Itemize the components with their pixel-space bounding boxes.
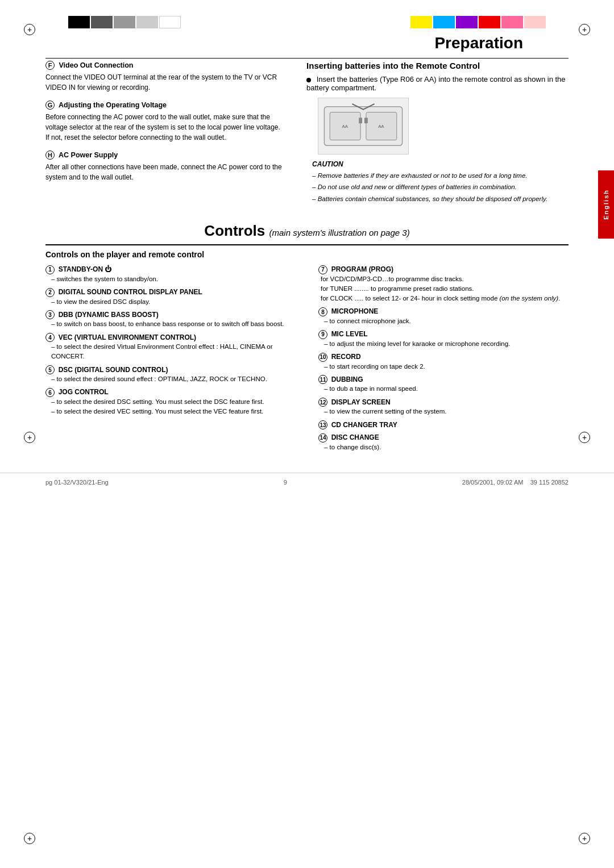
- control-num-13: 13: [318, 420, 327, 429]
- swatch-lt-gray: [136, 16, 158, 28]
- caution-lines: – Remove batteries if they are exhausted…: [312, 170, 569, 204]
- reg-mark-bot-left: [24, 833, 35, 844]
- control-num-14: 14: [318, 433, 327, 443]
- control-title-3: DBB (DYNAMIC BASS BOOST): [59, 311, 159, 319]
- page-footer: pg 01-32/V320/21-Eng 9 28/05/2001, 09:02…: [0, 473, 614, 491]
- swatch-red: [479, 16, 500, 28]
- swatch-cyan: [433, 16, 455, 28]
- section-f-letter: F: [45, 61, 55, 70]
- control-desc-7-3: for CLOCK ..... to select 12- or 24- hou…: [321, 294, 569, 303]
- control-title-1: STANDBY-ON ⏻: [59, 265, 112, 273]
- svg-text:AA: AA: [378, 124, 384, 129]
- controls-left-col: 1 STANDBY-ON ⏻ switches the system to st…: [45, 265, 296, 456]
- controls-subtitle: (main system's illustration on page 3): [269, 228, 409, 237]
- section-f-title: F Video Out Connection: [45, 61, 284, 70]
- top-divider: [45, 58, 569, 59]
- control-num-2: 2: [45, 288, 55, 297]
- control-num-12: 12: [318, 398, 327, 407]
- control-title-7: PROGRAM (PROG): [331, 265, 393, 273]
- control-desc-6-2: to select the desired VEC setting. You m…: [51, 407, 296, 416]
- control-desc-14-1: to change disc(s).: [324, 443, 569, 452]
- main-content: Preparation F Video Out Connection Conne…: [0, 28, 614, 456]
- battery-bullet: Insert the batteries (Type R06 or AA) in…: [306, 75, 569, 92]
- bullet-dot: [306, 78, 311, 82]
- control-num-11: 11: [318, 375, 327, 384]
- svg-rect-5: [364, 118, 368, 123]
- control-item-2: 2 DIGITAL SOUND CONTROL DISPLAY PANEL to…: [45, 287, 296, 307]
- control-item-11: 11 DUBBING to dub a tape in normal speed…: [318, 375, 569, 394]
- section-g-title: G Adjusting the Operating Voltage: [45, 101, 284, 110]
- reg-mark-bot-right: [579, 833, 590, 844]
- svg-rect-2: [359, 118, 362, 123]
- control-item-9: 9 MIC LEVEL to adjust the mixing level f…: [318, 329, 569, 349]
- section-h: H AC Power Supply After all other connec…: [45, 151, 284, 182]
- caution-title: CAUTION: [312, 160, 569, 168]
- swatch-purple: [456, 16, 478, 28]
- control-item-10: 10 RECORD to start recording on tape dec…: [318, 352, 569, 372]
- control-desc-12-1: to view the current setting of the syste…: [324, 407, 569, 416]
- control-desc-1-1: switches the system to standby/on.: [51, 274, 296, 284]
- control-item-14: 14 DISC CHANGE to change disc(s).: [318, 433, 569, 452]
- caution-line-3: – Batteries contain chemical substances,…: [312, 194, 569, 204]
- control-item-13: 13 CD CHANGER TRAY: [318, 420, 569, 430]
- control-title-6: JOG CONTROL: [59, 388, 109, 396]
- control-title-9: MIC LEVEL: [331, 330, 368, 338]
- control-num-6: 6: [45, 388, 55, 397]
- swatch-lt-pink: [524, 16, 546, 28]
- control-desc-4-1: to select the desired Virtual Environmen…: [51, 342, 296, 362]
- control-num-7: 7: [318, 265, 327, 274]
- right-swatches: [410, 16, 546, 28]
- inserting-batteries-heading: Inserting batteries into the Remote Cont…: [306, 61, 569, 70]
- control-num-9: 9: [318, 330, 327, 339]
- control-title-5: DSC (DIGITAL SOUND CONTROL): [59, 366, 168, 374]
- control-item-1: 1 STANDBY-ON ⏻ switches the system to st…: [45, 265, 296, 284]
- section-h-text: After all other connections have been ma…: [45, 162, 284, 182]
- control-item-8: 8 MICROPHONE to connect microphone jack.: [318, 307, 569, 326]
- control-num-10: 10: [318, 353, 327, 362]
- control-title-11: DUBBING: [331, 375, 363, 383]
- control-item-6: 6 JOG CONTROL to select the desired DSC …: [45, 387, 296, 416]
- section-f: F Video Out Connection Connect the VIDEO…: [45, 61, 284, 93]
- control-item-5: 5 DSC (DIGITAL SOUND CONTROL) to select …: [45, 365, 296, 385]
- section-g: G Adjusting the Operating Voltage Before…: [45, 101, 284, 143]
- controls-right-col: 7 PROGRAM (PROG) for VCD/CD/MP3-CD…to pr…: [318, 265, 569, 456]
- control-desc-5-1: to select the desired sound effect : OPT…: [51, 374, 296, 384]
- controls-title: Controls (main system's illustration on …: [45, 222, 569, 240]
- prep-col-left: F Video Out Connection Connect the VIDEO…: [45, 61, 284, 205]
- control-item-12: 12 DISPLAY SCREEN to view the current se…: [318, 398, 569, 417]
- preparation-section: F Video Out Connection Connect the VIDEO…: [45, 61, 569, 205]
- control-desc-3-1: to switch on bass boost, to enhance bass…: [51, 319, 296, 329]
- controls-player-heading: Controls on the player and remote contro…: [45, 250, 569, 259]
- control-desc-9-1: to adjust the mixing level for karaoke o…: [324, 339, 569, 349]
- control-desc-2-1: to view the desired DSC display.: [51, 297, 296, 307]
- swatch-white: [159, 16, 181, 28]
- control-desc-7-2: for TUNER ........ to programme preset r…: [321, 284, 569, 294]
- control-title-8: MICROPHONE: [331, 307, 379, 315]
- color-bar-row: [0, 16, 614, 28]
- section-g-text: Before connecting the AC power cord to t…: [45, 112, 284, 143]
- section-g-letter: G: [45, 101, 55, 110]
- control-num-8: 8: [318, 307, 327, 316]
- control-item-4: 4 VEC (VIRTUAL ENVIRONMENT CONTROL) to s…: [45, 333, 296, 362]
- controls-divider: [45, 244, 569, 245]
- page-title: Preparation: [45, 28, 569, 52]
- caution-box: CAUTION – Remove batteries if they are e…: [312, 160, 569, 204]
- section-f-text: Connect the VIDEO OUT terminal at the re…: [45, 72, 284, 93]
- svg-text:AA: AA: [342, 124, 348, 129]
- control-item-3: 3 DBB (DYNAMIC BASS BOOST) to switch on …: [45, 310, 296, 329]
- battery-image: AA AA: [318, 98, 409, 155]
- prep-col-right: Inserting batteries into the Remote Cont…: [306, 61, 569, 205]
- control-title-13: CD CHANGER TRAY: [331, 421, 397, 429]
- control-title-2: DIGITAL SOUND CONTROL DISPLAY PANEL: [59, 288, 202, 296]
- control-desc-8-1: to connect microphone jack.: [324, 316, 569, 326]
- control-num-4: 4: [45, 333, 55, 342]
- controls-two-col: 1 STANDBY-ON ⏻ switches the system to st…: [45, 265, 569, 456]
- control-title-14: DISC CHANGE: [331, 433, 379, 441]
- footer-center: 9: [284, 479, 287, 486]
- control-num-3: 3: [45, 310, 55, 319]
- control-desc-7-1: for VCD/CD/MP3-CD…to programme disc trac…: [321, 274, 569, 284]
- swatch-gray: [114, 16, 135, 28]
- control-title-12: DISPLAY SCREEN: [331, 398, 391, 406]
- control-desc-6-1: to select the desired DSC setting. You m…: [51, 397, 296, 407]
- control-num-5: 5: [45, 365, 55, 374]
